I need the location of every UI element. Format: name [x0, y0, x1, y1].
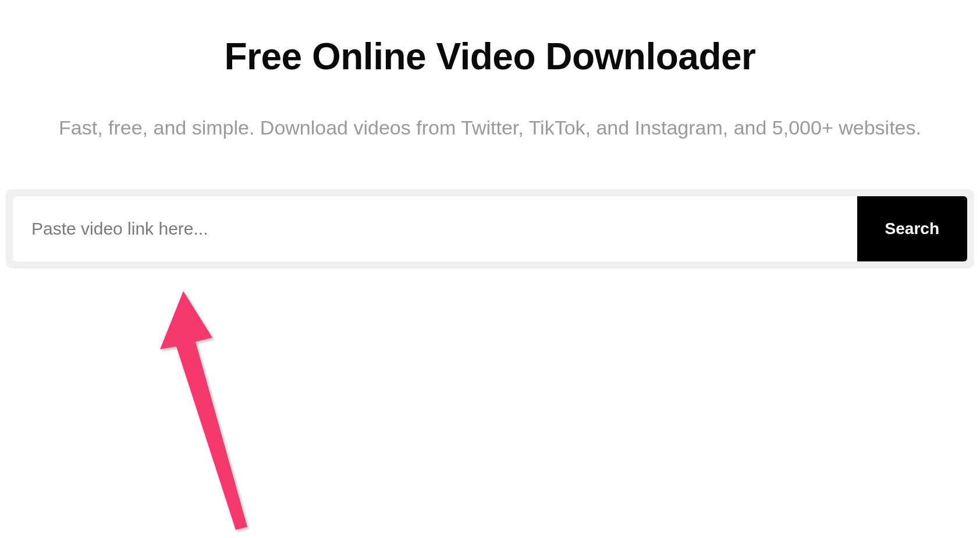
video-link-input[interactable] — [13, 196, 857, 261]
arrow-annotation-icon — [160, 291, 265, 538]
search-button[interactable]: Search — [857, 196, 967, 261]
main-container: Free Online Video Downloader Fast, free,… — [0, 35, 980, 268]
page-subtitle: Fast, free, and simple. Download videos … — [6, 113, 974, 143]
search-container: Search — [6, 189, 974, 268]
page-title: Free Online Video Downloader — [6, 35, 974, 78]
